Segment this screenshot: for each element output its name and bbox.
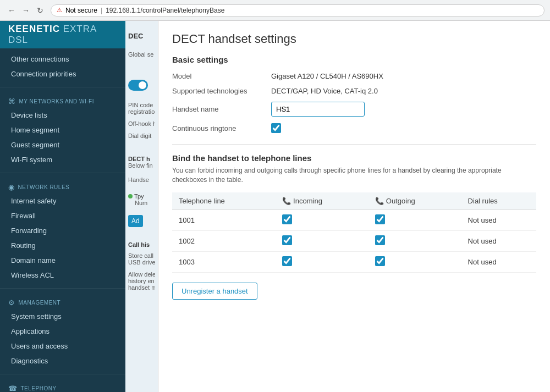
divider-1 (0, 87, 125, 87)
sidebar-item-connection-priorities[interactable]: Connection priorities (0, 67, 125, 81)
toggle-switch[interactable] (128, 80, 148, 91)
nav-buttons: ← → ↻ (6, 4, 46, 16)
form-row-ringtone: Continuous ringtone (172, 123, 536, 133)
mid-handse-label: Handse (128, 176, 155, 183)
sidebar-item-users-and-access[interactable]: Users and access (0, 339, 125, 354)
cell-line-1: 1002 (172, 230, 276, 251)
sidebar-item-forwarding[interactable]: Forwarding (0, 223, 125, 238)
cell-line-0: 1001 (172, 209, 276, 230)
checkbox-incoming-2[interactable] (282, 256, 292, 266)
sidebar-item-routing[interactable]: Routing (0, 238, 125, 253)
section-header-my-networks: ⌘ My Networks and Wi-Fi (0, 93, 125, 108)
section-network-rules: ◉ Network rules Internet safety Firewall… (0, 175, 125, 286)
mid-numi-label: Num (135, 200, 155, 206)
sidebar-item-internet-safety[interactable]: Internet safety (0, 194, 125, 208)
checkbox-outgoing-2[interactable] (375, 256, 385, 266)
th-telephone-line: Telephone line (172, 192, 276, 210)
unregister-button[interactable]: Unregister a handset (172, 283, 257, 300)
cell-outgoing-2 (369, 251, 461, 272)
mid-allowdele-label: Allow dele (128, 271, 155, 278)
sidebar-item-guest-segment[interactable]: Guest segment (0, 137, 125, 152)
sidebar: KEENETIC EXTRA DSL Other connections Con… (0, 21, 125, 392)
mid-dect-label: DEC (128, 32, 155, 40)
mid-offhook-label: Off-hook h (128, 120, 155, 127)
section-header-management: ⚙ Management (0, 294, 125, 309)
basic-settings-title: Basic settings (172, 55, 536, 64)
divider-3 (0, 288, 125, 289)
mid-pin-label: PIN code (128, 102, 155, 108)
back-button[interactable]: ← (6, 4, 18, 16)
table-row: 1001Not used (172, 209, 536, 230)
divider-2 (0, 173, 125, 173)
th-outgoing-label: 📞 Outgoing (375, 197, 415, 205)
mid-callhis-label: Call his (128, 241, 155, 248)
logo-brand: KEENETIC (8, 24, 60, 34)
table-row: 1002Not used (172, 230, 536, 251)
gear-icon: ⚙ (8, 299, 15, 307)
page-title: DECT handset settings (172, 32, 536, 46)
technologies-label: Supported technologies (172, 87, 271, 95)
cell-line-2: 1003 (172, 251, 276, 272)
cell-dial-rules-2: Not used (461, 251, 536, 272)
main-area: DEC Global se PIN code registratio Off-h… (125, 21, 550, 392)
section-header-network-rules: ◉ Network rules (0, 179, 125, 194)
handset-name-input[interactable] (271, 102, 365, 117)
cell-dial-rules-0: Not used (461, 209, 536, 230)
bind-section: Bind the handset to telephone lines You … (172, 144, 536, 300)
middle-panel: DEC Global se PIN code registratio Off-h… (125, 21, 158, 392)
table-row: 1003Not used (172, 251, 536, 272)
mid-historyen-label: history en (128, 278, 155, 284)
sidebar-item-other-connections[interactable]: Other connections (0, 52, 125, 67)
checkbox-incoming-1[interactable] (282, 235, 292, 245)
phone-table: Telephone line 📞 Incoming 📞 Ou (172, 192, 536, 273)
mid-add-btn[interactable]: Ad (128, 215, 143, 227)
checkbox-outgoing-1[interactable] (375, 235, 385, 245)
browser-bar: ← → ↻ ⚠ Not secure | 192.168.1.1/control… (0, 0, 550, 21)
handset-name-label: Handset name (172, 105, 271, 113)
secure-label: Not secure (65, 7, 97, 14)
cell-incoming-0 (276, 209, 369, 230)
form-row-handset-name: Handset name (172, 102, 536, 117)
th-incoming: 📞 Incoming (276, 192, 369, 210)
sidebar-item-system-settings[interactable]: System settings (0, 309, 125, 324)
table-header-row: Telephone line 📞 Incoming 📞 Ou (172, 192, 536, 210)
cell-outgoing-1 (369, 230, 461, 251)
address-bar[interactable]: ⚠ Not secure | 192.168.1.1/controlPanel/… (51, 4, 544, 16)
section-label-telephony: Telephony (21, 385, 57, 391)
sidebar-item-home-segment[interactable]: Home segment (0, 123, 125, 137)
section-label-management: Management (19, 300, 61, 306)
mid-handsetm-label: handset m (128, 284, 155, 291)
wifi-icon: ⌘ (8, 97, 16, 106)
section-label-network-rules: Network rules (18, 184, 70, 190)
section-telephony: ☎ Telephony Phone Station Phone lines Ca… (0, 377, 125, 392)
secure-icon: ⚠ (57, 7, 62, 14)
mid-decth-label: DECT h (128, 156, 155, 162)
outgoing-phone-icon: 📞 (375, 197, 384, 205)
url-text: 192.168.1.1/controlPanel/telephonyBase (106, 7, 224, 14)
sidebar-item-domain-name[interactable]: Domain name (0, 253, 125, 268)
cell-incoming-1 (276, 230, 369, 251)
cell-outgoing-0 (369, 209, 461, 230)
sidebar-item-device-lists[interactable]: Device lists (0, 108, 125, 123)
logo: KEENETIC EXTRA DSL (8, 24, 117, 46)
sidebar-item-firewall[interactable]: Firewall (0, 208, 125, 223)
reload-button[interactable]: ↻ (34, 4, 46, 16)
divider-4 (0, 374, 125, 374)
logo-bar: KEENETIC EXTRA DSL (0, 21, 125, 48)
ringtone-checkbox[interactable] (271, 123, 281, 133)
checkbox-outgoing-0[interactable] (375, 214, 385, 224)
sidebar-item-diagnostics[interactable]: Diagnostics (0, 354, 125, 368)
sidebar-item-wifi-system[interactable]: Wi-Fi system (0, 152, 125, 167)
cell-incoming-2 (276, 251, 369, 272)
sidebar-item-applications[interactable]: Applications (0, 324, 125, 339)
phone-icon: ☎ (8, 384, 18, 392)
cell-dial-rules-1: Not used (461, 230, 536, 251)
sidebar-item-wireless-acl[interactable]: Wireless ACL (0, 268, 125, 283)
checkbox-incoming-0[interactable] (282, 214, 292, 224)
th-incoming-label: 📞 Incoming (282, 197, 322, 205)
mid-dialdigit-label: Dial digit (128, 132, 155, 139)
form-row-model: Model Gigaset A120 / CL540H / AS690HX (172, 72, 536, 80)
forward-button[interactable]: → (20, 4, 32, 16)
section-header-telephony: ☎ Telephony (0, 380, 125, 392)
bind-title: Bind the handset to telephone lines (172, 153, 536, 163)
